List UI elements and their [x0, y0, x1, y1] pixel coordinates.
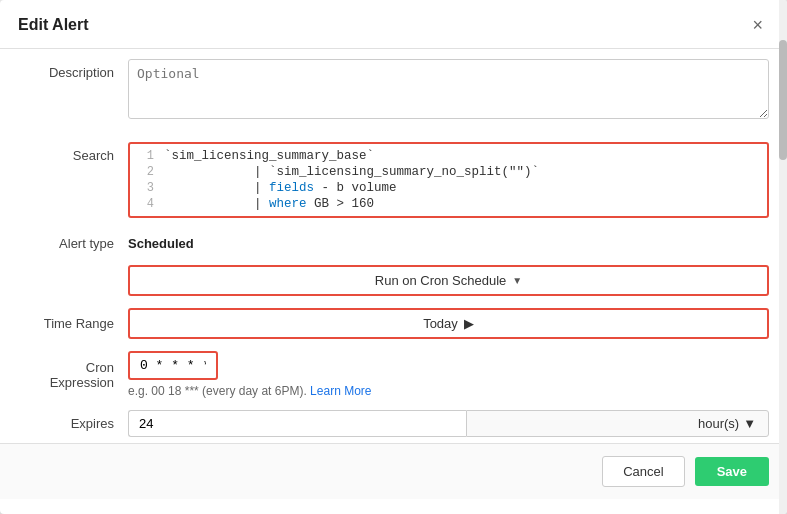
expires-input[interactable]	[128, 410, 466, 437]
time-range-label: Time Range	[18, 316, 128, 331]
cron-expr-input-wrap: e.g. 00 18 *** (every day at 6PM). Learn…	[128, 351, 769, 398]
cron-btn-row: Run on Cron Schedule ▼	[0, 259, 787, 302]
dialog-title: Edit Alert	[18, 16, 89, 34]
search-line-3: 3 | fields - b volume	[130, 180, 767, 196]
alert-type-label: Alert type	[18, 236, 128, 251]
search-line-2: 2 | `sim_licensing_summary_no_split("")`	[130, 164, 767, 180]
keyword-where: where	[269, 197, 307, 211]
search-label: Search	[18, 142, 128, 163]
close-button[interactable]: ×	[746, 14, 769, 36]
line-num-1: 1	[136, 149, 154, 163]
scrollbar-thumb[interactable]	[779, 40, 787, 160]
search-editor[interactable]: 1 `sim_licensing_summary_base` 2 | `sim_…	[128, 142, 769, 218]
description-label: Description	[18, 59, 128, 80]
line-num-3: 3	[136, 181, 154, 195]
cron-expr-label: Cron Expression	[18, 360, 128, 390]
cron-schedule-button[interactable]: Run on Cron Schedule ▼	[128, 265, 769, 296]
expires-unit-label: hour(s)	[698, 416, 739, 431]
alert-type-row: Alert type Scheduled	[0, 228, 787, 259]
dialog-header: Edit Alert ×	[0, 0, 787, 49]
cron-expr-row: Cron Expression e.g. 00 18 *** (every da…	[0, 345, 787, 404]
time-range-value: Today	[423, 316, 458, 331]
description-control	[128, 59, 769, 122]
scrollbar-track[interactable]	[779, 0, 787, 514]
alert-type-value: Scheduled	[128, 236, 194, 251]
line-content-4: | where GB > 160	[164, 197, 374, 211]
cancel-button[interactable]: Cancel	[602, 456, 684, 487]
save-button[interactable]: Save	[695, 457, 769, 486]
expires-unit-button[interactable]: hour(s) ▼	[466, 410, 769, 437]
time-range-button[interactable]: Today ▶	[128, 308, 769, 339]
line-content-2: | `sim_licensing_summary_no_split("")`	[164, 165, 539, 179]
dialog-footer: Cancel Save	[0, 443, 787, 499]
line-num-2: 2	[136, 165, 154, 179]
line-content-1: `sim_licensing_summary_base`	[164, 149, 374, 163]
line-num-4: 4	[136, 197, 154, 211]
cron-hint: e.g. 00 18 *** (every day at 6PM). Learn…	[128, 384, 769, 398]
search-row: Search 1 `sim_licensing_summary_base` 2 …	[0, 132, 787, 228]
cron-schedule-label: Run on Cron Schedule	[375, 273, 507, 288]
time-range-row: Time Range Today ▶	[0, 302, 787, 345]
expires-unit-arrow-icon: ▼	[743, 416, 756, 431]
search-control: 1 `sim_licensing_summary_base` 2 | `sim_…	[128, 142, 769, 218]
expires-row: Expires hour(s) ▼	[0, 404, 787, 443]
dialog-body: Description Search 1 `sim_licensing_summ…	[0, 49, 787, 443]
keyword-fields: fields	[269, 181, 314, 195]
cron-expr-input[interactable]	[128, 351, 218, 380]
description-textarea[interactable]	[128, 59, 769, 119]
cron-hint-text: e.g. 00 18 *** (every day at 6PM).	[128, 384, 307, 398]
time-range-arrow-icon: ▶	[464, 316, 474, 331]
line-content-3: | fields - b volume	[164, 181, 397, 195]
cron-learn-more-link[interactable]: Learn More	[310, 384, 371, 398]
search-line-4: 4 | where GB > 160	[130, 196, 767, 212]
edit-alert-dialog: Edit Alert × Description Search 1 `sim_l…	[0, 0, 787, 514]
expires-label: Expires	[18, 416, 128, 431]
cron-schedule-arrow-icon: ▼	[512, 275, 522, 286]
description-row: Description	[0, 49, 787, 132]
search-line-1: 1 `sim_licensing_summary_base`	[130, 148, 767, 164]
